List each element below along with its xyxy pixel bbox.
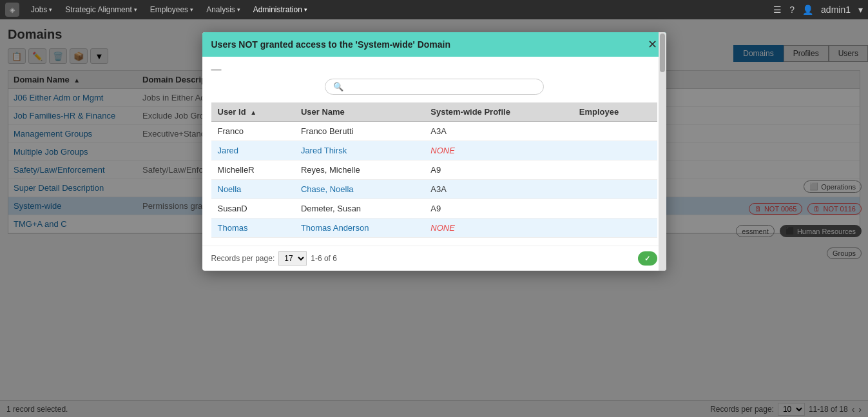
ok-button[interactable]: ✓ — [638, 251, 657, 266]
nav-icons-group: ☰ ? 👤 admin1 ▾ — [773, 5, 863, 15]
app-logo: ◈ — [5, 3, 19, 17]
cell-user-id: Thomas — [211, 218, 294, 238]
search-bar: 🔍 — [211, 79, 657, 95]
help-icon[interactable]: ? — [789, 5, 795, 15]
modal-title: Users NOT granted access to the 'System-… — [211, 39, 451, 50]
modal-users-table: User Id ▲ User Name System-wide Profile … — [211, 102, 657, 238]
user-arrow-icon[interactable]: ▾ — [858, 5, 863, 15]
cell-employee — [573, 180, 657, 199]
admin-arrow-icon: ▾ — [304, 6, 307, 13]
cell-employee — [573, 141, 657, 160]
table-row[interactable]: MichelleR Reyes, Michelle A9 — [211, 160, 657, 180]
table-row[interactable]: Jared Jared Thirsk NONE — [211, 141, 657, 160]
user-label[interactable]: admin1 — [821, 5, 851, 15]
col-user-id: User Id ▲ — [211, 102, 294, 122]
nav-analysis[interactable]: Analysis ▾ — [201, 3, 246, 17]
table-row[interactable]: Noella Chase, Noella A3A — [211, 180, 657, 199]
cell-user-id: Noella — [211, 180, 294, 199]
scrollbar-thumb — [660, 34, 665, 72]
employees-arrow-icon: ▾ — [190, 6, 193, 13]
modal-table-header-row: User Id ▲ User Name System-wide Profile … — [211, 102, 657, 122]
nav-jobs[interactable]: Jobs ▾ — [26, 3, 57, 17]
search-input[interactable] — [347, 82, 535, 92]
cell-user-id: Franco — [211, 122, 294, 141]
modal-close-button[interactable]: ✕ — [648, 39, 657, 50]
table-row[interactable]: SusanD Demeter, Susan A9 — [211, 199, 657, 218]
modal-table-container: User Id ▲ User Name System-wide Profile … — [211, 102, 657, 238]
cell-user-name: Franco Berutti — [294, 122, 424, 141]
modal-pagination-info: Records per page: 17 10 25 1-6 of 6 — [211, 251, 337, 266]
nav-administration[interactable]: Administration ▾ — [248, 3, 313, 17]
nav-strategic-alignment[interactable]: Strategic Alignment ▾ — [60, 3, 142, 17]
modal-dialog: Users NOT granted access to the 'System-… — [202, 32, 666, 271]
strategic-arrow-icon: ▾ — [134, 6, 137, 13]
col-user-name: User Name — [294, 102, 424, 122]
modal-overlay: Users NOT granted access to the 'System-… — [0, 19, 868, 417]
table-row[interactable]: Thomas Thomas Anderson NONE — [211, 218, 657, 238]
settings-icon[interactable]: ☰ — [773, 5, 782, 15]
col-employee: Employee — [573, 102, 657, 122]
cell-profile: A9 — [424, 199, 572, 218]
modal-body: — 🔍 User Id ▲ User Name — [202, 57, 666, 246]
records-per-page-label: Records per page: — [211, 254, 275, 263]
search-icon: 🔍 — [333, 82, 343, 92]
modal-footer: Records per page: 17 10 25 1-6 of 6 ✓ — [202, 246, 666, 271]
cell-user-id: MichelleR — [211, 160, 294, 180]
analysis-arrow-icon: ▾ — [237, 6, 240, 13]
cell-employee — [573, 199, 657, 218]
cell-user-name: Reyes, Michelle — [294, 160, 424, 180]
cell-profile: A9 — [424, 160, 572, 180]
col-system-profile: System-wide Profile — [424, 102, 572, 122]
search-input-wrap: 🔍 — [325, 79, 544, 95]
cell-profile: A3A — [424, 122, 572, 141]
cell-profile: A3A — [424, 180, 572, 199]
cell-user-name: Demeter, Susan — [294, 199, 424, 218]
cell-user-id: Jared — [211, 141, 294, 160]
cell-user-name: Jared Thirsk — [294, 141, 424, 160]
per-page-select[interactable]: 17 10 25 — [278, 251, 307, 266]
modal-scrollbar[interactable] — [659, 32, 666, 271]
table-row[interactable]: Franco Franco Berutti A3A — [211, 122, 657, 141]
cell-user-name: Chase, Noella — [294, 180, 424, 199]
cell-employee — [573, 160, 657, 180]
nav-employees[interactable]: Employees ▾ — [145, 3, 198, 17]
cell-user-id: SusanD — [211, 199, 294, 218]
main-area: Domains 📋 ✏️ 🗑️ 📦 ▼ Domain Name ▲ Domain… — [0, 19, 868, 417]
cell-user-name: Thomas Anderson — [294, 218, 424, 238]
cell-profile: NONE — [424, 141, 572, 160]
jobs-arrow-icon: ▾ — [49, 6, 52, 13]
cell-employee — [573, 122, 657, 141]
cell-profile: NONE — [424, 218, 572, 238]
user-icon: 👤 — [802, 5, 813, 15]
modal-header: Users NOT granted access to the 'System-… — [202, 32, 666, 57]
cell-employee — [573, 218, 657, 238]
minimize-bar: — — [211, 64, 657, 75]
top-navigation: ◈ Jobs ▾ Strategic Alignment ▾ Employees… — [0, 0, 868, 19]
modal-range: 1-6 of 6 — [311, 254, 337, 263]
